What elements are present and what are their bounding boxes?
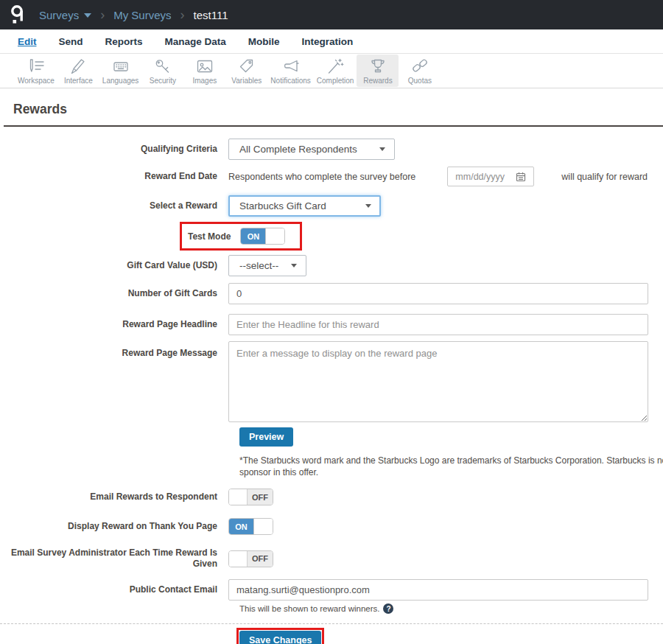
select-reward-row: Select a Reward Starbucks Gift Card [0, 195, 663, 217]
toolbar-item-quotas[interactable]: Quotas [399, 55, 441, 87]
toggle-state-label: ON [241, 228, 265, 244]
save-changes-button[interactable]: Save Changes [239, 631, 321, 644]
questionpro-logo-icon[interactable] [10, 4, 27, 26]
email-rewards-label: Email Rewards to Respondent [0, 491, 228, 503]
main-nav: Edit Send Reports Manage Data Mobile Int… [0, 29, 663, 54]
toolbar-item-workspace[interactable]: Workspace [15, 55, 57, 87]
workspace-icon [27, 57, 46, 75]
rewards-icon [368, 57, 387, 75]
toggle-state-label: ON [229, 519, 253, 534]
save-divider [0, 623, 663, 624]
gift-card-value-value: --select-- [239, 260, 278, 271]
gift-card-value-label: Gift Card Value (USD) [0, 260, 228, 271]
test-mode-annotation-box: Test Mode ON [180, 222, 302, 251]
toolbar-item-images[interactable]: Images [183, 55, 225, 87]
breadcrumb-product-label: Surveys [39, 9, 79, 21]
display-reward-label: Display Reward on Thank You Page [0, 521, 228, 532]
toolbar-item-interface[interactable]: Interface [57, 55, 99, 87]
save-annotation-box: Save Changes [236, 628, 324, 644]
reward-page-headline-label: Reward Page Headline [0, 319, 228, 330]
preview-button[interactable]: Preview [239, 427, 293, 447]
toggle-state-label: OFF [248, 489, 273, 505]
gift-card-value-select[interactable]: --select-- [228, 255, 306, 276]
reward-end-date-input[interactable] [454, 171, 511, 183]
starbucks-disclaimer: *The Starbucks word mark and the Starbuc… [239, 455, 663, 478]
chevron-separator-icon: › [180, 8, 185, 21]
public-contact-email-label: Public Contact Email [0, 584, 228, 595]
toolbar-item-variables[interactable]: Variables [225, 55, 267, 87]
number-of-gift-cards-input[interactable] [228, 283, 648, 304]
display-reward-toggle[interactable]: ON [228, 518, 273, 535]
tab-mobile[interactable]: Mobile [248, 36, 280, 47]
email-admin-toggle[interactable]: OFF [228, 550, 273, 567]
caret-down-icon [84, 13, 91, 18]
number-of-gift-cards-label: Number of Gift Cards [0, 288, 228, 299]
toggle-handle [253, 519, 273, 534]
breadcrumb-survey-name: test111 [194, 9, 228, 21]
title-divider [4, 125, 663, 127]
test-mode-row: Test Mode ON [180, 222, 663, 251]
tab-send[interactable]: Send [59, 36, 83, 47]
toolbar-item-rewards[interactable]: Rewards [357, 55, 399, 87]
reward-page-headline-row: Reward Page Headline [0, 314, 663, 335]
reward-page-message-label: Reward Page Message [0, 341, 228, 359]
qualifying-criteria-label: Qualifying Criteria [0, 144, 228, 155]
caret-down-icon [379, 147, 385, 151]
notifications-icon [281, 57, 301, 75]
public-contact-email-input[interactable] [228, 579, 648, 601]
preview-row: Preview [239, 427, 663, 447]
reward-end-date-suffix: will qualify for reward [561, 172, 648, 182]
toggle-handle [265, 228, 284, 244]
tab-integration[interactable]: Integration [302, 36, 354, 47]
variables-icon [237, 57, 256, 75]
breadcrumb-my-surveys[interactable]: My Surveys [113, 9, 171, 21]
interface-icon [69, 57, 88, 75]
reward-page-message-row: Reward Page Message [0, 341, 663, 422]
reward-page-headline-input[interactable] [228, 314, 648, 335]
test-mode-toggle[interactable]: ON [240, 228, 285, 245]
caret-down-icon [291, 264, 297, 267]
test-mode-label: Test Mode [188, 231, 231, 242]
toggle-state-label: OFF [248, 551, 273, 567]
display-reward-row: Display Reward on Thank You Page ON [0, 518, 663, 535]
select-reward-value: Starbucks Gift Card [239, 200, 326, 211]
qualifying-criteria-select[interactable]: All Complete Respondents [228, 139, 395, 160]
qualifying-criteria-row: Qualifying Criteria All Complete Respond… [0, 139, 663, 160]
toolbar-item-languages[interactable]: Languages [99, 55, 142, 87]
top-header-bar: Surveys › My Surveys › test111 [0, 0, 663, 29]
calendar-icon [516, 172, 526, 182]
chevron-separator-icon: › [100, 8, 105, 21]
breadcrumb-product-menu[interactable]: Surveys [39, 9, 91, 21]
reward-end-date-row: Reward End Date Respondents who complete… [0, 167, 663, 186]
completion-icon [326, 57, 345, 75]
page-title: Rewards [13, 102, 663, 117]
number-of-gift-cards-row: Number of Gift Cards [0, 283, 663, 304]
reward-page-message-textarea[interactable] [228, 341, 648, 422]
help-icon[interactable]: ? [383, 603, 393, 614]
toolbar-item-completion[interactable]: Completion [314, 55, 357, 87]
security-icon [153, 57, 172, 75]
public-contact-email-row: Public Contact Email [0, 579, 663, 601]
email-rewards-toggle[interactable]: OFF [228, 489, 273, 505]
toolbar-item-notifications[interactable]: Notifications [267, 55, 313, 87]
tab-reports[interactable]: Reports [105, 36, 143, 47]
save-row: Save Changes [236, 628, 663, 644]
helper-text: This will be shown to reward winners. [239, 604, 379, 613]
email-admin-row: Email Survey Administrator Each Time Rew… [0, 547, 663, 570]
caret-down-icon [365, 204, 371, 208]
reward-end-date-input-wrap[interactable] [447, 167, 534, 186]
tab-edit[interactable]: Edit [18, 36, 37, 47]
public-email-helper: This will be shown to reward winners. ? [239, 603, 663, 614]
qualifying-criteria-value: All Complete Respondents [239, 144, 357, 155]
disclaimer-line-1: *The Starbucks word mark and the Starbuc… [239, 455, 663, 466]
gift-card-value-row: Gift Card Value (USD) --select-- [0, 255, 663, 276]
tab-manage-data[interactable]: Manage Data [165, 36, 226, 47]
quotas-icon [410, 57, 429, 75]
select-reward-select[interactable]: Starbucks Gift Card [228, 195, 381, 217]
select-reward-label: Select a Reward [0, 200, 228, 211]
rewards-form: Qualifying Criteria All Complete Respond… [0, 139, 663, 644]
images-icon [195, 57, 214, 75]
email-rewards-row: Email Rewards to Respondent OFF [0, 489, 663, 505]
email-admin-label: Email Survey Administrator Each Time Rew… [0, 547, 228, 570]
toolbar-item-security[interactable]: Security [141, 55, 183, 87]
